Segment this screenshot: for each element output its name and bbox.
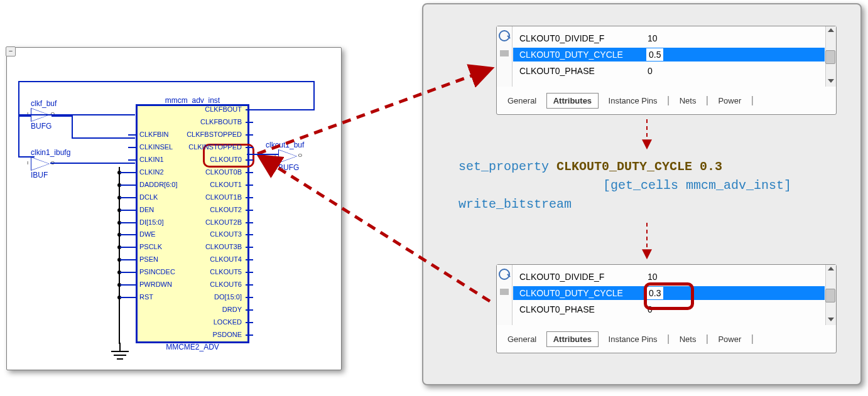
- prop-value: 10: [648, 31, 658, 45]
- tab-attributes[interactable]: Attributes: [546, 331, 599, 347]
- pin-clkfbstopped[interactable]: CLKFBSTOPPED: [187, 131, 242, 138]
- pin-do150[interactable]: DO[15:0]: [214, 293, 242, 301]
- prop-value-edit[interactable]: 0.3: [646, 286, 663, 300]
- scroll-up-icon[interactable]: [828, 28, 834, 32]
- pin-clkout0[interactable]: CLKOUT0: [210, 156, 242, 163]
- pin-clkfboutb[interactable]: CLKFBOUTB: [200, 118, 242, 126]
- pin-clkin2[interactable]: CLKIN2: [139, 168, 164, 176]
- ibuf-clkin1-type: IBUF: [31, 171, 70, 179]
- pin-clkout4[interactable]: CLKOUT4: [210, 255, 242, 263]
- pin-clkfbin[interactable]: CLKFBIN: [139, 131, 168, 138]
- pin-clkout0b[interactable]: CLKOUT0B: [205, 168, 242, 176]
- code-line-2: [get_cells mmcm_adv_inst]: [458, 176, 848, 195]
- tab-nets[interactable]: Nets: [673, 93, 703, 109]
- property-box-after: CLKOUT0_DIVIDE_F 10 CLKOUT0_DUTY_CYCLE 0…: [496, 264, 837, 353]
- prop-name: CLKOUT0_DUTY_CYCLE: [519, 48, 623, 62]
- pin-clkinstopped[interactable]: CLKINSTOPPED: [188, 143, 242, 151]
- tab-power[interactable]: Power: [711, 331, 748, 347]
- pin-rst[interactable]: RST: [139, 293, 153, 301]
- ibuf-clkin1-label: clkin1_ibufg: [31, 148, 70, 157]
- pin-psincdec[interactable]: PSINCDEC: [139, 268, 175, 276]
- pin-clkout3b[interactable]: CLKOUT3B: [205, 243, 242, 250]
- pin-clkfbout[interactable]: CLKFBOUT: [205, 105, 242, 113]
- pin-psclk[interactable]: PSCLK: [139, 243, 162, 250]
- scroll-down-icon[interactable]: [828, 318, 834, 321]
- scroll-thumb[interactable]: [825, 50, 835, 64]
- tab-general[interactable]: General: [501, 331, 543, 347]
- code-line-1: set_property CLKOUT0_DUTY_CYCLE 0.3: [458, 158, 848, 176]
- filter-icon[interactable]: [500, 50, 509, 56]
- prop-side-toolbar: [497, 26, 513, 87]
- tab-instance-pins[interactable]: Instance Pins: [602, 93, 665, 109]
- pin-clkout1b[interactable]: CLKOUT1B: [205, 193, 242, 201]
- scroll-up-icon[interactable]: [828, 267, 834, 270]
- prop-value: 0: [648, 64, 653, 78]
- scrollbar[interactable]: [825, 26, 836, 87]
- pin-clkout2[interactable]: CLKOUT2: [210, 206, 242, 213]
- tcl-code: set_property CLKOUT0_DUTY_CYCLE 0.3 [get…: [458, 158, 848, 214]
- pin-psen[interactable]: PSEN: [139, 255, 158, 263]
- properties-panel: CLKOUT0_DIVIDE_F 10 CLKOUT0_DUTY_CYCLE 0…: [422, 3, 862, 385]
- pin-clkinsel[interactable]: CLKINSEL: [139, 143, 173, 151]
- pin-daddr60[interactable]: DADDR[6:0]: [139, 181, 178, 188]
- tab-attributes[interactable]: Attributes: [546, 93, 599, 109]
- prop-value-edit[interactable]: 0.5: [646, 48, 663, 62]
- pin-clkout3[interactable]: CLKOUT3: [210, 230, 242, 238]
- scroll-thumb[interactable]: [825, 289, 835, 302]
- search-icon[interactable]: [499, 269, 510, 280]
- bufg-clkf-label: clkf_buf: [31, 99, 57, 108]
- prop-name: CLKOUT0_PHASE: [519, 302, 595, 316]
- tab-general[interactable]: General: [501, 93, 543, 109]
- scroll-down-icon[interactable]: [828, 79, 834, 83]
- collapse-button[interactable]: −: [6, 46, 16, 56]
- pin-locked[interactable]: LOCKED: [214, 318, 242, 326]
- ibuf-clkin1[interactable]: clkin1_ibufg IO IBUF: [31, 148, 70, 179]
- ground-icon: [107, 343, 133, 361]
- diagram-stage: − mmcm_adv_inst MMCME2_ADV clkf_buf IO B…: [0, 0, 868, 396]
- bufg-clkf[interactable]: clkf_buf IO BUFG: [31, 99, 57, 131]
- prop-side-toolbar: [497, 265, 513, 325]
- prop-tabs: General Attributes Instance Pins | Nets …: [501, 93, 832, 112]
- tab-power[interactable]: Power: [711, 93, 748, 109]
- tab-nets[interactable]: Nets: [673, 331, 703, 347]
- schematic-panel: − mmcm_adv_inst MMCME2_ADV clkf_buf IO B…: [6, 47, 342, 370]
- code-line-3: write_bitstream: [458, 195, 848, 214]
- prop-name: CLKOUT0_DUTY_CYCLE: [519, 286, 623, 300]
- pin-dclk[interactable]: DCLK: [139, 193, 158, 201]
- pin-dwe[interactable]: DWE: [139, 230, 156, 238]
- pin-clkin1[interactable]: CLKIN1: [139, 156, 164, 163]
- prop-value: 0: [648, 302, 653, 316]
- prop-name: CLKOUT0_DIVIDE_F: [519, 270, 604, 284]
- mmcm-instance-name: mmcm_adv_inst: [138, 96, 247, 105]
- pin-clkout2b[interactable]: CLKOUT2B: [205, 218, 242, 226]
- filter-icon[interactable]: [500, 289, 509, 295]
- pin-clkout6[interactable]: CLKOUT6: [210, 281, 242, 288]
- mmcm-type-name: MMCME2_ADV: [138, 343, 247, 351]
- tab-instance-pins[interactable]: Instance Pins: [602, 331, 665, 347]
- pin-drdy[interactable]: DRDY: [222, 306, 242, 313]
- prop-name: CLKOUT0_PHASE: [519, 64, 595, 78]
- pin-clkout1[interactable]: CLKOUT1: [210, 181, 242, 188]
- bufg-clkout1[interactable]: clkout1_buf IO BUFG: [278, 141, 304, 172]
- bufg-clkf-type: BUFG: [31, 122, 57, 131]
- ground-bus: [119, 167, 120, 344]
- search-icon[interactable]: [499, 30, 510, 41]
- bufg-clkout1-label: clkout1_buf: [266, 141, 304, 149]
- property-box-before: CLKOUT0_DIVIDE_F 10 CLKOUT0_DUTY_CYCLE 0…: [496, 26, 837, 115]
- pin-psdone[interactable]: PSDONE: [213, 331, 242, 338]
- pin-di150[interactable]: DI[15:0]: [139, 218, 164, 226]
- scrollbar[interactable]: [825, 265, 836, 325]
- prop-tabs: General Attributes Instance Pins | Nets …: [501, 331, 832, 350]
- pin-pwrdwn[interactable]: PWRDWN: [139, 281, 172, 288]
- pin-den[interactable]: DEN: [139, 206, 154, 213]
- bufg-clkout1-type: BUFG: [278, 163, 304, 172]
- prop-value: 10: [648, 270, 658, 284]
- prop-name: CLKOUT0_DIVIDE_F: [519, 31, 604, 45]
- pin-clkout5[interactable]: CLKOUT5: [210, 268, 242, 276]
